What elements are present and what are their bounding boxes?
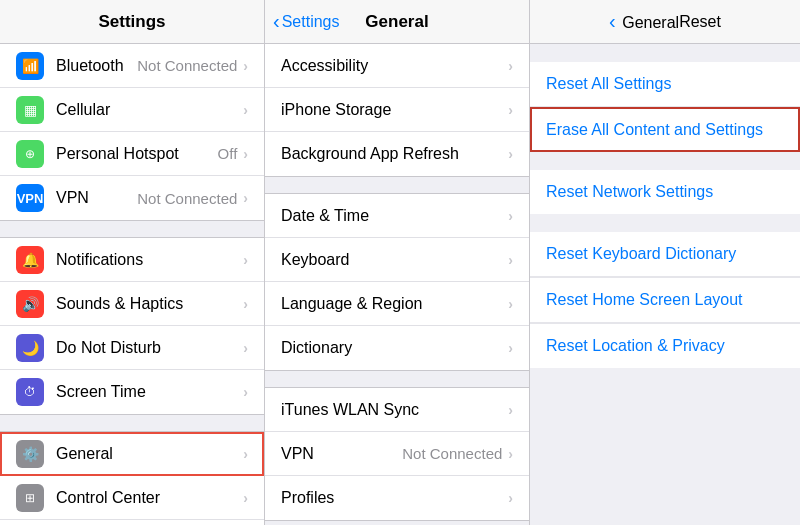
general-item-ituneswlan[interactable]: iTunes WLAN Sync › — [265, 388, 529, 432]
sidebar-item-screentime[interactable]: ⏱ Screen Time › — [0, 370, 264, 414]
connectivity-group: 📶 Bluetooth Not Connected › ▦ Cellular ›… — [0, 44, 264, 220]
profiles-label: Profiles — [281, 489, 508, 507]
dictionary-chevron: › — [508, 340, 513, 356]
sidebar-item-hotspot[interactable]: ⊕ Personal Hotspot Off › — [0, 132, 264, 176]
separator-1 — [0, 220, 264, 238]
keyboard-label: Keyboard — [281, 251, 508, 269]
general-chevron: › — [243, 446, 248, 462]
cellular-icon: ▦ — [16, 96, 44, 124]
general-group: ⚙️ General › ⊞ Control Center › AA Displ… — [0, 432, 264, 525]
iphonestorage-label: iPhone Storage — [281, 101, 508, 119]
general-section-2: Date & Time › Keyboard › Language & Regi… — [265, 194, 529, 370]
sidebar-item-cellular[interactable]: ▦ Cellular › — [0, 88, 264, 132]
g-separator-3 — [265, 520, 529, 525]
settings-list: 📶 Bluetooth Not Connected › ▦ Cellular ›… — [0, 44, 264, 525]
ituneswlan-label: iTunes WLAN Sync — [281, 401, 508, 419]
reset-homescreen-label: Reset Home Screen Layout — [546, 291, 743, 308]
profiles-chevron: › — [508, 490, 513, 506]
reset-keyboard-item[interactable]: Reset Keyboard Dictionary — [530, 232, 800, 277]
general-section-1: Accessibility › iPhone Storage › Backgro… — [265, 44, 529, 176]
ituneswlan-chevron: › — [508, 402, 513, 418]
general-item-dictionary[interactable]: Dictionary › — [265, 326, 529, 370]
sidebar-item-sounds[interactable]: 🔊 Sounds & Haptics › — [0, 282, 264, 326]
dnd-icon: 🌙 — [16, 334, 44, 362]
general-list: Accessibility › iPhone Storage › Backgro… — [265, 44, 529, 525]
g-separator-1 — [265, 176, 529, 194]
reset-group-3: Reset Keyboard Dictionary Reset Home Scr… — [530, 232, 800, 368]
general-item-keyboard[interactable]: Keyboard › — [265, 238, 529, 282]
reset-all-settings-label: Reset All Settings — [546, 75, 671, 92]
controlcenter-chevron: › — [243, 490, 248, 506]
backgroundrefresh-label: Background App Refresh — [281, 145, 508, 163]
controlcenter-icon: ⊞ — [16, 484, 44, 512]
sounds-label: Sounds & Haptics — [56, 295, 243, 313]
language-chevron: › — [508, 296, 513, 312]
general-icon: ⚙️ — [16, 440, 44, 468]
general-item-datetime[interactable]: Date & Time › — [265, 194, 529, 238]
general-item-accessibility[interactable]: Accessibility › — [265, 44, 529, 88]
settings-title: Settings — [98, 12, 165, 32]
vpn-icon-text: VPN — [17, 191, 44, 206]
datetime-label: Date & Time — [281, 207, 508, 225]
accessibility-label: Accessibility — [281, 57, 508, 75]
vpn-chevron: › — [243, 190, 248, 206]
vpn-label: VPN — [56, 189, 137, 207]
bluetooth-icon: 📶 — [16, 52, 44, 80]
reset-header: ‹ General Reset — [530, 0, 800, 44]
bluetooth-value: Not Connected — [137, 57, 237, 74]
vpn-value: Not Connected — [137, 190, 237, 207]
reset-group-2: Reset Network Settings — [530, 170, 800, 214]
general-section-3: iTunes WLAN Sync › VPN Not Connected › P… — [265, 388, 529, 520]
separator-2 — [0, 414, 264, 432]
reset-back-button[interactable]: ‹ General — [609, 10, 679, 33]
reset-title: Reset — [679, 13, 721, 31]
hotspot-label: Personal Hotspot — [56, 145, 218, 163]
reset-network-item[interactable]: Reset Network Settings — [530, 170, 800, 214]
language-label: Language & Region — [281, 295, 508, 313]
sidebar-item-notifications[interactable]: 🔔 Notifications › — [0, 238, 264, 282]
general-header: ‹ Settings General — [265, 0, 529, 44]
general-item-vpn[interactable]: VPN Not Connected › — [265, 432, 529, 476]
general-label: General — [56, 445, 243, 463]
notifications-chevron: › — [243, 252, 248, 268]
screentime-chevron: › — [243, 384, 248, 400]
g-vpn-label: VPN — [281, 445, 402, 463]
reset-all-settings-item[interactable]: Reset All Settings — [530, 62, 800, 107]
reset-location-label: Reset Location & Privacy — [546, 337, 725, 354]
general-item-profiles[interactable]: Profiles › — [265, 476, 529, 520]
general-item-backgroundrefresh[interactable]: Background App Refresh › — [265, 132, 529, 176]
reset-homescreen-item[interactable]: Reset Home Screen Layout — [530, 277, 800, 323]
sidebar-item-vpn[interactable]: VPN VPN Not Connected › — [0, 176, 264, 220]
general-back-button[interactable]: ‹ Settings — [273, 10, 339, 33]
reset-group-1: Reset All Settings Erase All Content and… — [530, 62, 800, 152]
dictionary-label: Dictionary — [281, 339, 508, 357]
notifications-icon: 🔔 — [16, 246, 44, 274]
back-chevron-icon: ‹ — [273, 10, 280, 33]
keyboard-chevron: › — [508, 252, 513, 268]
g-separator-2 — [265, 370, 529, 388]
sounds-icon: 🔊 — [16, 290, 44, 318]
erase-all-item[interactable]: Erase All Content and Settings — [530, 107, 800, 152]
datetime-chevron: › — [508, 208, 513, 224]
cellular-chevron: › — [243, 102, 248, 118]
backgroundrefresh-chevron: › — [508, 146, 513, 162]
dnd-chevron: › — [243, 340, 248, 356]
reset-location-item[interactable]: Reset Location & Privacy — [530, 323, 800, 368]
bluetooth-label: Bluetooth — [56, 57, 137, 75]
accessibility-chevron: › — [508, 58, 513, 74]
general-item-language[interactable]: Language & Region › — [265, 282, 529, 326]
g-vpn-value: Not Connected — [402, 445, 502, 462]
back-label: Settings — [282, 13, 340, 31]
sidebar-item-dnd[interactable]: 🌙 Do Not Disturb › — [0, 326, 264, 370]
sidebar-item-display[interactable]: AA Display & Brightness › — [0, 520, 264, 525]
reset-keyboard-label: Reset Keyboard Dictionary — [546, 245, 736, 262]
vpn-icon: VPN — [16, 184, 44, 212]
sidebar-item-controlcenter[interactable]: ⊞ Control Center › — [0, 476, 264, 520]
reset-back-chevron-icon: ‹ — [609, 10, 616, 32]
sidebar-item-bluetooth[interactable]: 📶 Bluetooth Not Connected › — [0, 44, 264, 88]
general-title: General — [365, 12, 428, 32]
sidebar-item-general[interactable]: ⚙️ General › — [0, 432, 264, 476]
general-item-iphonestorage[interactable]: iPhone Storage › — [265, 88, 529, 132]
notifications-group: 🔔 Notifications › 🔊 Sounds & Haptics › 🌙… — [0, 238, 264, 414]
sounds-chevron: › — [243, 296, 248, 312]
